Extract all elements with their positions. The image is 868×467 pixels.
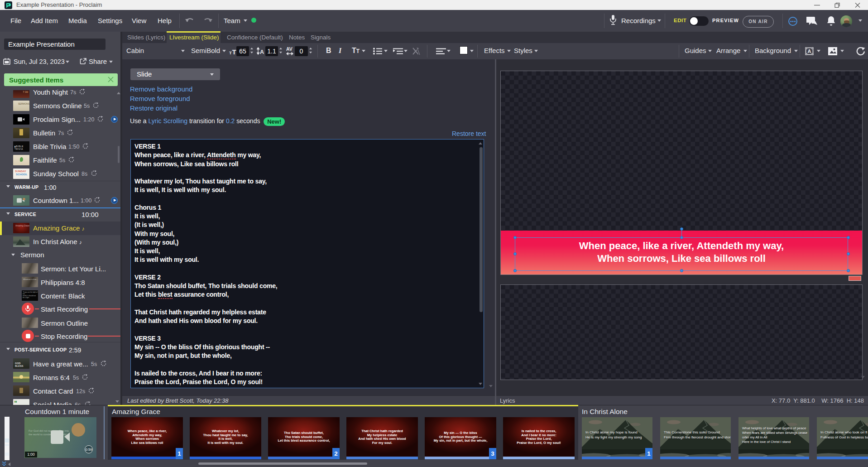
- svg-text:T: T: [229, 50, 232, 55]
- svg-text:A: A: [808, 48, 811, 54]
- svg-text:T: T: [232, 48, 236, 55]
- svg-text:AV: AV: [286, 46, 293, 52]
- svg-text:A: A: [260, 49, 264, 55]
